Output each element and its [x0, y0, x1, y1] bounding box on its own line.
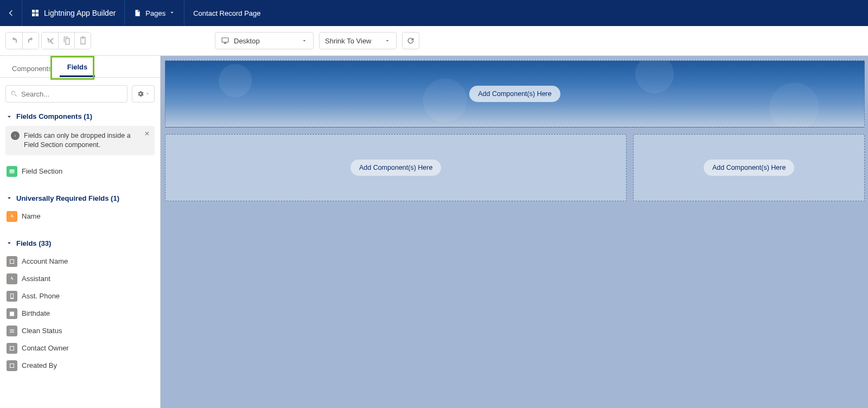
region-main[interactable]: Add Component(s) Here [165, 134, 627, 201]
field-section-component[interactable]: Field Section [5, 163, 155, 180]
zoom-select[interactable]: Shrink To View [319, 32, 397, 49]
sidebar-tabs: Components Fields [0, 56, 160, 78]
field-asst-phone[interactable]: Asst. Phone [5, 288, 155, 305]
copy-button[interactable] [58, 33, 74, 49]
close-icon [144, 130, 150, 137]
lookup-field-icon [7, 256, 17, 267]
app-title: Lightning App Builder [44, 9, 116, 17]
date-field-icon [7, 308, 17, 319]
field-section-label: Field Section [22, 167, 62, 175]
paste-button[interactable] [74, 33, 91, 49]
section-fields-components[interactable]: Fields Components (1) [5, 112, 155, 120]
gear-icon [137, 90, 144, 98]
search-input-wrap [5, 85, 127, 103]
close-info-button[interactable] [144, 130, 150, 139]
section-fields-all[interactable]: Fields (33) [5, 239, 155, 247]
text-field-icon [7, 273, 17, 284]
phone-field-icon [7, 291, 17, 302]
info-icon [11, 131, 20, 140]
app-grid-icon [31, 9, 40, 17]
chevron-down-icon [5, 194, 13, 202]
redo-button[interactable] [22, 33, 39, 49]
region-header[interactable]: Add Component(s) Here [165, 60, 865, 127]
section-required-fields[interactable]: Universally Required Fields (1) [5, 194, 155, 202]
field-birthdate[interactable]: Birthdate [5, 305, 155, 322]
chevron-down-icon [5, 113, 13, 120]
chevron-down-icon [301, 37, 308, 44]
tab-fields[interactable]: Fields [60, 58, 95, 77]
undo-redo-group [5, 32, 39, 49]
top-nav: Lightning App Builder Pages Contact Reco… [0, 0, 868, 26]
search-icon [10, 90, 18, 98]
undo-button[interactable] [6, 33, 22, 49]
field-section-icon [7, 166, 17, 177]
sidebar: Components Fields Fields Components (1) [0, 56, 161, 408]
add-component-placeholder: Add Component(s) Here [704, 160, 794, 176]
settings-button[interactable] [132, 85, 155, 103]
field-assistant[interactable]: Assistant [5, 270, 155, 288]
lookup-field-icon [7, 343, 17, 354]
info-box: Fields can only be dropped inside a Fiel… [5, 126, 155, 155]
cut-button[interactable] [42, 33, 58, 49]
field-account-name[interactable]: Account Name [5, 253, 155, 270]
toolbar: Desktop Shrink To View [0, 26, 868, 56]
chevron-down-icon [145, 92, 150, 96]
tab-components[interactable]: Components [4, 59, 60, 77]
back-button[interactable] [0, 0, 22, 26]
add-component-placeholder: Add Component(s) Here [350, 160, 441, 176]
clipboard-group [41, 32, 91, 49]
info-text: Fields can only be dropped inside a Fiel… [24, 132, 131, 149]
add-component-placeholder: Add Component(s) Here [469, 86, 560, 102]
chevron-down-icon [169, 9, 175, 17]
picklist-field-icon [7, 326, 17, 336]
chevron-down-icon [5, 239, 13, 247]
back-arrow-icon [7, 9, 15, 17]
main-area: Components Fields Fields Components (1) [0, 56, 868, 408]
refresh-button[interactable] [402, 32, 419, 49]
app-title-seg: Lightning App Builder [22, 0, 125, 26]
zoom-select-label: Shrink To View [325, 37, 384, 45]
pages-label: Pages [145, 9, 165, 17]
device-select[interactable]: Desktop [215, 32, 314, 49]
region-sidebar[interactable]: Add Component(s) Here [633, 134, 865, 201]
lookup-field-icon [7, 360, 17, 371]
current-page-name: Contact Record Page [184, 0, 269, 26]
field-contact-owner[interactable]: Contact Owner [5, 340, 155, 357]
text-field-icon [7, 211, 17, 222]
chevron-down-icon [384, 37, 391, 44]
search-input[interactable] [21, 90, 123, 98]
field-name[interactable]: Name [5, 208, 155, 225]
field-clean-status[interactable]: Clean Status [5, 322, 155, 340]
pages-menu[interactable]: Pages [125, 0, 184, 26]
page-icon [133, 9, 141, 17]
device-select-label: Desktop [234, 37, 301, 45]
field-created-by[interactable]: Created By [5, 357, 155, 374]
canvas: Add Component(s) Here Add Component(s) H… [161, 56, 868, 408]
